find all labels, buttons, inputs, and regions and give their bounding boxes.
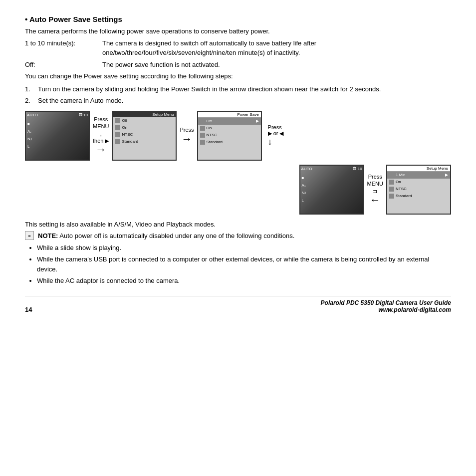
menu-item-3: NTSC: [113, 131, 176, 138]
arrow-press-menu-2: PressMENU⊐ ←: [367, 173, 383, 206]
setup-menu-title-2: Setup Menu: [387, 166, 450, 172]
menu-item-1: Off: [113, 117, 176, 124]
ps2-icon-3: [389, 187, 394, 192]
menu-item-2: On: [113, 124, 176, 131]
ps2-item-on: On: [387, 179, 450, 186]
bullet-2: While the camera's USB port is connected…: [37, 254, 451, 274]
diagram-top-row: AUTO 🖼 10 ■ Aᵥ Nᴊ L PressMENU,then ▶ → S…: [25, 111, 451, 161]
ps2-item-1min: 1 Min ▶: [387, 172, 450, 179]
ps2-icon-4: [389, 194, 394, 199]
bullet-3: While the AC adaptor is connected to the…: [37, 276, 451, 286]
ps2-icon-1: [389, 173, 394, 178]
press-menu-label-2: PressMENU⊐: [367, 173, 383, 195]
ps2-item-ntsc: NTSC: [387, 186, 450, 193]
right-arrow-2: →: [182, 134, 193, 145]
def-block-2: Off: The power save function is not acti…: [25, 60, 451, 70]
page-title: Auto Power Save Settings: [25, 15, 451, 23]
ps-icon-2: [200, 126, 205, 131]
ps2-icon-2: [389, 180, 394, 185]
press-right-label: Press: [268, 124, 282, 130]
ps-item-standard: Standard: [198, 139, 261, 146]
footer-brand-line1: Polaroid PDC 5350 Digital Camera User Gu…: [321, 299, 451, 306]
ps-icon-4: [200, 140, 205, 145]
cam-topbar-1: AUTO 🖼 10: [27, 113, 88, 117]
note-header-line: ≡ NOTE: Auto power off is automatically …: [25, 231, 451, 241]
press-right-options: ▶ or ◀: [268, 130, 284, 137]
press-right-col: Press ▶ or ◀ ↓: [265, 124, 284, 147]
footer: 14 Polaroid PDC 5350 Digital Camera User…: [25, 296, 451, 313]
camera-screen-2: AUTO 🖼 10 ■ Aᵥ Nᴊ L: [299, 165, 364, 215]
page-number: 14: [25, 306, 32, 313]
camera-screen-1: AUTO 🖼 10 ■ Aᵥ Nᴊ L: [25, 111, 90, 161]
menu-icon-2: [115, 125, 120, 130]
camera-image-2: [300, 166, 363, 214]
def-block-1: 1 to 10 minute(s): The camera is designe…: [25, 38, 451, 58]
note-icon: ≡: [25, 231, 34, 240]
down-arrow-right: ↓: [268, 137, 272, 147]
def-desc-1: The camera is designed to switch off aut…: [102, 38, 451, 58]
footer-brand: Polaroid PDC 5350 Digital Camera User Gu…: [321, 299, 451, 313]
setup-menu-title: Setup Menu: [113, 112, 176, 117]
ps2-item-standard: Standard: [387, 193, 450, 200]
power-save-screen: Power Save Off ▶ On NTSC: [197, 111, 262, 161]
left-arrow-1: ←: [370, 195, 381, 206]
ps-item-off: Off ▶: [198, 118, 261, 125]
note-intro: This setting is also available in A/S/M,…: [25, 220, 451, 230]
note-section: This setting is also available in A/S/M,…: [25, 220, 451, 286]
setup-menu-screen: Setup Menu Off On NTSC Standard: [112, 111, 177, 161]
steps-list: 1. Turn on the camera by sliding and hol…: [25, 84, 451, 106]
step-1: 1. Turn on the camera by sliding and hol…: [25, 84, 451, 94]
setup-menu-screen-2: Setup Menu 1 Min ▶ On NTSC: [386, 165, 451, 215]
note-label: NOTE: Auto power off is automatically di…: [38, 231, 294, 241]
camera-image-1: [26, 112, 89, 160]
press-menu-label: PressMENU,then ▶: [93, 116, 109, 144]
intro-text: The camera performs the following power …: [25, 26, 451, 36]
ps-item-ntsc: NTSC: [198, 132, 261, 139]
footer-brand-line2: www.polaroid-digital.com: [321, 306, 451, 313]
ps-icon-3: [200, 133, 205, 138]
arrow-press-menu: PressMENU,then ▶ →: [93, 116, 109, 155]
menu-icon-4: [115, 139, 120, 144]
ps-icon-1: [200, 119, 205, 124]
cam-icons-left-1: ■ Aᵥ Nᴊ L: [27, 122, 32, 149]
menu-icon-3: [115, 132, 120, 137]
def-term-1: 1 to 10 minute(s):: [25, 38, 102, 58]
menu-icon-1: [115, 118, 120, 123]
step-2: 2. Set the camera in Auto mode.: [25, 96, 451, 106]
cam-topbar-2: AUTO 🖼 10: [301, 167, 362, 171]
menu-item-4: Standard: [113, 138, 176, 145]
right-arrow-1: →: [95, 144, 106, 155]
def-term-2: Off:: [25, 60, 102, 70]
ps-item-on: On: [198, 125, 261, 132]
bullet-1: While a slide show is playing.: [37, 243, 451, 253]
cam-icons-left-2: ■ Aᵥ Nᴊ L: [302, 176, 306, 203]
def-desc-2: The power save function is not activated…: [102, 60, 451, 70]
diagram: AUTO 🖼 10 ■ Aᵥ Nᴊ L PressMENU,then ▶ → S…: [25, 111, 451, 215]
bullet-list: While a slide show is playing. While the…: [37, 243, 451, 286]
arrow-press-down: Press →: [180, 126, 194, 144]
diagram-bottom-row: AUTO 🖼 10 ■ Aᵥ Nᴊ L PressMENU⊐ ← Setup M…: [25, 165, 451, 215]
power-save-title: Power Save: [198, 112, 261, 118]
change-intro: You can change the Power save setting ac…: [25, 71, 451, 81]
